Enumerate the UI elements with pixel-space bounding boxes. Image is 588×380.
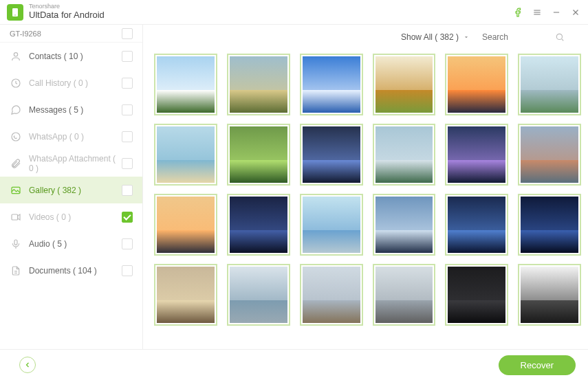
thumbnail[interactable] [227, 54, 290, 115]
sidebar-item-video[interactable]: Videos ( 0 ) [0, 203, 142, 230]
filter-label: Show All ( 382 ) [401, 32, 459, 42]
svg-line-19 [562, 39, 564, 41]
thumbnail[interactable] [518, 264, 581, 326]
thumbnail[interactable] [227, 124, 290, 186]
sidebar-item-audio[interactable]: Audio ( 5 ) [0, 230, 142, 257]
gallery-icon [10, 184, 22, 197]
thumbnail[interactable] [373, 124, 436, 186]
search-box[interactable] [479, 31, 576, 43]
sidebar-item-label: Messages ( 5 ) [29, 105, 122, 115]
thumbnail[interactable] [154, 54, 217, 115]
svg-marker-13 [18, 214, 20, 220]
thumbnail[interactable] [227, 264, 290, 326]
sidebar-item-label: Videos ( 0 ) [29, 212, 122, 222]
sidebar-item-checkbox[interactable] [122, 78, 133, 89]
sidebar-item-attachment[interactable]: WhatsApp Attachment ( 0 ) [0, 150, 142, 177]
thumbnail[interactable] [154, 194, 217, 256]
sidebar-item-checkbox[interactable] [122, 265, 133, 276]
svg-rect-12 [12, 214, 18, 220]
attachment-icon [10, 157, 22, 170]
sidebar-item-checkbox[interactable] [122, 238, 133, 249]
thumbnail[interactable] [518, 124, 581, 186]
audio-icon [10, 238, 22, 250]
thumbnail[interactable] [373, 54, 436, 115]
thumbnail[interactable] [518, 194, 581, 256]
message-icon [10, 104, 22, 116]
contact-icon [10, 50, 22, 63]
video-icon [10, 211, 22, 223]
close-icon[interactable] [570, 7, 581, 18]
sidebar-item-label: WhatsApp ( 0 ) [29, 132, 122, 142]
thumbnail[interactable] [445, 264, 508, 326]
sidebar-item-checkbox[interactable] [122, 158, 133, 169]
clock-icon [10, 77, 22, 89]
device-checkbox[interactable] [122, 28, 133, 39]
sidebar-item-checkbox[interactable] [122, 212, 133, 223]
app-logo [7, 4, 23, 21]
svg-point-10 [12, 133, 20, 141]
footer: Recover [0, 349, 588, 380]
thumbnail[interactable] [300, 124, 363, 186]
search-input[interactable] [482, 32, 551, 42]
chevron-down-icon [463, 34, 470, 41]
svg-point-18 [556, 34, 562, 39]
sidebar-item-label: Gallery ( 382 ) [29, 186, 122, 195]
recover-button[interactable]: Recover [499, 355, 576, 375]
whatsapp-icon [10, 131, 22, 143]
search-icon [555, 32, 565, 42]
filter-dropdown[interactable]: Show All ( 382 ) [401, 32, 470, 42]
content-toolbar: Show All ( 382 ) [143, 25, 588, 47]
thumbnail[interactable] [445, 194, 508, 256]
thumbnail[interactable] [445, 54, 508, 115]
sidebar-item-document[interactable]: Documents ( 104 ) [0, 257, 142, 284]
minimize-icon[interactable] [551, 7, 562, 18]
sidebar-item-label: Contacts ( 10 ) [29, 52, 122, 61]
content-pane: Show All ( 382 ) [143, 25, 588, 349]
svg-point-1 [14, 14, 15, 15]
feedback-icon[interactable] [512, 7, 523, 18]
document-icon [10, 265, 22, 277]
thumbnail[interactable] [373, 264, 436, 326]
sidebar-item-clock[interactable]: Call History ( 0 ) [0, 69, 142, 96]
thumbnail[interactable] [227, 194, 290, 256]
back-button[interactable] [19, 357, 36, 373]
sidebar-item-checkbox[interactable] [122, 51, 133, 62]
thumbnail[interactable] [154, 264, 217, 326]
sidebar-item-label: WhatsApp Attachment ( 0 ) [29, 154, 122, 173]
product-label: UltData for Android [29, 10, 105, 20]
thumbnail[interactable] [300, 54, 363, 115]
sidebar-item-label: Call History ( 0 ) [29, 78, 122, 88]
menu-icon[interactable] [532, 7, 543, 18]
svg-point-8 [14, 52, 17, 56]
sidebar-item-label: Documents ( 104 ) [29, 266, 122, 276]
sidebar-item-checkbox[interactable] [122, 185, 133, 196]
sidebar-item-gallery[interactable]: Gallery ( 382 ) [0, 177, 142, 203]
thumbnail[interactable] [518, 54, 581, 115]
thumbnail[interactable] [300, 194, 363, 256]
sidebar-item-whatsapp[interactable]: WhatsApp ( 0 ) [0, 123, 142, 150]
sidebar-item-label: Audio ( 5 ) [29, 239, 122, 249]
sidebar-item-message[interactable]: Messages ( 5 ) [0, 96, 142, 123]
titlebar: Tenorshare UltData for Android [0, 0, 588, 25]
sidebar-item-contact[interactable]: Contacts ( 10 ) [0, 43, 142, 69]
device-name: GT-I9268 [10, 30, 41, 38]
device-row[interactable]: GT-I9268 [0, 25, 142, 43]
svg-rect-14 [14, 240, 17, 245]
thumbnail[interactable] [445, 124, 508, 186]
sidebar-item-checkbox[interactable] [122, 104, 133, 115]
sidebar: GT-I9268 Contacts ( 10 )Call History ( 0… [0, 25, 143, 349]
thumbnail[interactable] [300, 264, 363, 326]
thumbnail-grid [143, 47, 588, 349]
title-group: Tenorshare UltData for Android [29, 3, 105, 20]
thumbnail[interactable] [373, 194, 436, 256]
thumbnail[interactable] [154, 124, 217, 186]
sidebar-item-checkbox[interactable] [122, 131, 133, 142]
